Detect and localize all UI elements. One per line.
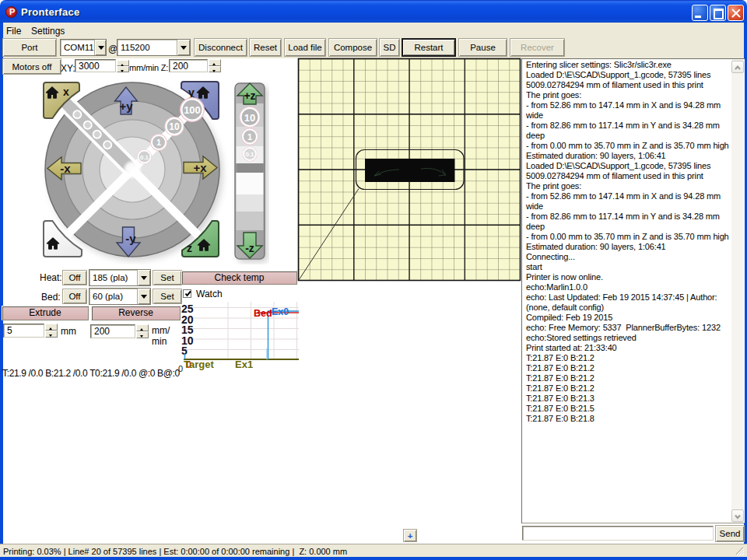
svg-text:-z: -z <box>245 242 254 254</box>
svg-text:y: y <box>188 86 195 99</box>
svg-text:Ex0: Ex0 <box>272 306 289 317</box>
svg-text:Target: Target <box>184 359 214 370</box>
svg-text:0.1: 0.1 <box>245 151 254 158</box>
svg-text:x: x <box>63 86 69 98</box>
svg-text:z: z <box>187 242 192 254</box>
svg-text:-y: -y <box>125 232 136 245</box>
svg-text:1: 1 <box>247 132 252 142</box>
svg-text:Bed: Bed <box>254 308 272 319</box>
svg-text:100: 100 <box>184 104 201 116</box>
svg-text:+x: +x <box>193 161 207 174</box>
svg-text:+z: +z <box>244 89 255 102</box>
svg-text:1: 1 <box>156 138 161 147</box>
svg-text:+y: +y <box>119 100 133 113</box>
svg-text:Ex1: Ex1 <box>235 359 253 370</box>
svg-text:10: 10 <box>244 112 255 124</box>
svg-text:10: 10 <box>169 121 180 132</box>
svg-text:0.1: 0.1 <box>140 154 149 161</box>
svg-text:-x: -x <box>60 162 71 175</box>
